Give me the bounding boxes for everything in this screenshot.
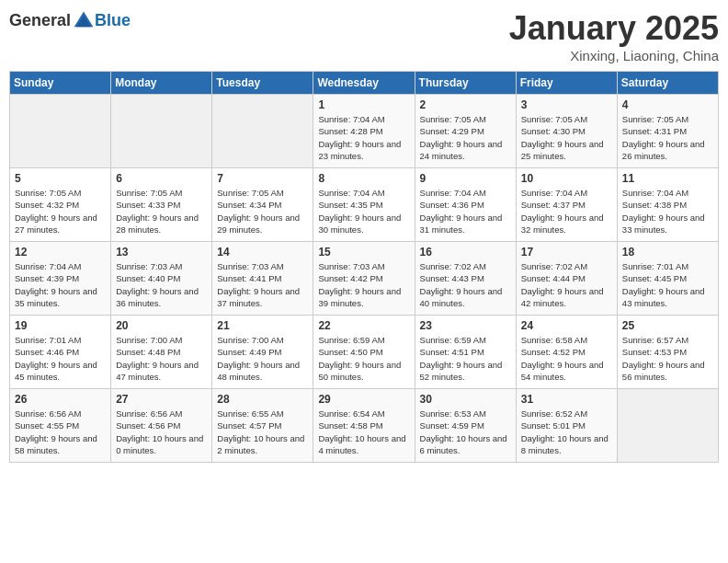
calendar-week-row: 12Sunrise: 7:04 AM Sunset: 4:39 PM Dayli… <box>10 242 719 316</box>
day-number: 17 <box>521 246 612 259</box>
day-number: 28 <box>217 393 308 406</box>
day-info: Sunrise: 6:56 AM Sunset: 4:55 PM Dayligh… <box>15 408 106 456</box>
day-info: Sunrise: 6:56 AM Sunset: 4:56 PM Dayligh… <box>116 408 207 456</box>
day-info: Sunrise: 6:54 AM Sunset: 4:58 PM Dayligh… <box>318 408 409 456</box>
day-info: Sunrise: 7:04 AM Sunset: 4:38 PM Dayligh… <box>622 187 713 236</box>
day-number: 22 <box>318 319 409 332</box>
day-number: 5 <box>15 172 106 185</box>
day-info: Sunrise: 7:05 AM Sunset: 4:32 PM Dayligh… <box>15 187 106 236</box>
calendar-cell <box>617 389 718 463</box>
day-info: Sunrise: 7:00 AM Sunset: 4:48 PM Dayligh… <box>116 334 207 383</box>
weekday-header-friday: Friday <box>516 72 617 95</box>
calendar-cell: 6Sunrise: 7:05 AM Sunset: 4:33 PM Daylig… <box>111 168 212 242</box>
calendar-week-row: 26Sunrise: 6:56 AM Sunset: 4:55 PM Dayli… <box>10 389 719 463</box>
weekday-header-wednesday: Wednesday <box>313 72 415 95</box>
location-subtitle: Xinxing, Liaoning, China <box>509 48 719 63</box>
calendar-cell: 16Sunrise: 7:02 AM Sunset: 4:43 PM Dayli… <box>415 242 516 316</box>
day-info: Sunrise: 6:59 AM Sunset: 4:50 PM Dayligh… <box>318 334 409 383</box>
day-info: Sunrise: 7:04 AM Sunset: 4:35 PM Dayligh… <box>318 187 409 236</box>
calendar-table: SundayMondayTuesdayWednesdayThursdayFrid… <box>9 71 719 463</box>
calendar-cell: 27Sunrise: 6:56 AM Sunset: 4:56 PM Dayli… <box>111 389 212 463</box>
calendar-cell: 2Sunrise: 7:05 AM Sunset: 4:29 PM Daylig… <box>415 95 516 168</box>
day-info: Sunrise: 7:02 AM Sunset: 4:43 PM Dayligh… <box>420 260 511 309</box>
day-info: Sunrise: 6:53 AM Sunset: 4:59 PM Dayligh… <box>420 408 511 456</box>
calendar-cell: 13Sunrise: 7:03 AM Sunset: 4:40 PM Dayli… <box>111 242 212 316</box>
calendar-week-row: 5Sunrise: 7:05 AM Sunset: 4:32 PM Daylig… <box>10 168 719 242</box>
day-number: 15 <box>318 246 409 259</box>
day-number: 13 <box>116 246 207 259</box>
day-number: 16 <box>420 246 511 259</box>
day-number: 2 <box>420 98 511 111</box>
day-number: 4 <box>622 98 713 111</box>
calendar-cell <box>212 95 313 168</box>
calendar-cell: 25Sunrise: 6:57 AM Sunset: 4:53 PM Dayli… <box>617 316 718 389</box>
day-number: 12 <box>15 246 106 259</box>
day-number: 9 <box>420 172 511 185</box>
day-info: Sunrise: 7:03 AM Sunset: 4:41 PM Dayligh… <box>217 260 308 309</box>
weekday-header-sunday: Sunday <box>10 72 111 95</box>
day-number: 14 <box>217 246 308 259</box>
calendar-cell: 29Sunrise: 6:54 AM Sunset: 4:58 PM Dayli… <box>313 389 415 463</box>
title-block: January 2025 Xinxing, Liaoning, China <box>509 9 719 63</box>
calendar-cell: 28Sunrise: 6:55 AM Sunset: 4:57 PM Dayli… <box>212 389 313 463</box>
calendar-cell: 21Sunrise: 7:00 AM Sunset: 4:49 PM Dayli… <box>212 316 313 389</box>
day-number: 18 <box>622 246 713 259</box>
day-number: 25 <box>622 319 713 332</box>
day-number: 6 <box>116 172 207 185</box>
day-number: 20 <box>116 319 207 332</box>
day-info: Sunrise: 7:05 AM Sunset: 4:34 PM Dayligh… <box>217 187 308 236</box>
day-number: 19 <box>15 319 106 332</box>
day-info: Sunrise: 7:05 AM Sunset: 4:30 PM Dayligh… <box>521 113 612 162</box>
calendar-cell: 7Sunrise: 7:05 AM Sunset: 4:34 PM Daylig… <box>212 168 313 242</box>
calendar-cell: 17Sunrise: 7:02 AM Sunset: 4:44 PM Dayli… <box>516 242 617 316</box>
day-info: Sunrise: 7:04 AM Sunset: 4:39 PM Dayligh… <box>15 260 106 309</box>
calendar-cell: 9Sunrise: 7:04 AM Sunset: 4:36 PM Daylig… <box>415 168 516 242</box>
page-header: General Blue January 2025 Xinxing, Liaon… <box>9 9 719 63</box>
day-info: Sunrise: 7:04 AM Sunset: 4:28 PM Dayligh… <box>318 113 409 162</box>
day-info: Sunrise: 7:03 AM Sunset: 4:42 PM Dayligh… <box>318 260 409 309</box>
weekday-header-row: SundayMondayTuesdayWednesdayThursdayFrid… <box>10 72 719 95</box>
calendar-week-row: 1Sunrise: 7:04 AM Sunset: 4:28 PM Daylig… <box>10 95 719 168</box>
calendar-cell: 22Sunrise: 6:59 AM Sunset: 4:50 PM Dayli… <box>313 316 415 389</box>
calendar-cell: 5Sunrise: 7:05 AM Sunset: 4:32 PM Daylig… <box>10 168 111 242</box>
day-number: 23 <box>420 319 511 332</box>
day-number: 21 <box>217 319 308 332</box>
day-number: 29 <box>318 393 409 406</box>
calendar-cell: 1Sunrise: 7:04 AM Sunset: 4:28 PM Daylig… <box>313 95 415 168</box>
day-info: Sunrise: 7:05 AM Sunset: 4:33 PM Dayligh… <box>116 187 207 236</box>
day-number: 8 <box>318 172 409 185</box>
weekday-header-thursday: Thursday <box>415 72 516 95</box>
logo-icon <box>73 9 95 31</box>
day-info: Sunrise: 7:05 AM Sunset: 4:31 PM Dayligh… <box>622 113 713 162</box>
calendar-cell <box>111 95 212 168</box>
calendar-cell: 23Sunrise: 6:59 AM Sunset: 4:51 PM Dayli… <box>415 316 516 389</box>
day-number: 31 <box>521 393 612 406</box>
calendar-cell: 3Sunrise: 7:05 AM Sunset: 4:30 PM Daylig… <box>516 95 617 168</box>
logo-general: General <box>9 11 71 30</box>
calendar-week-row: 19Sunrise: 7:01 AM Sunset: 4:46 PM Dayli… <box>10 316 719 389</box>
day-number: 27 <box>116 393 207 406</box>
calendar-cell: 14Sunrise: 7:03 AM Sunset: 4:41 PM Dayli… <box>212 242 313 316</box>
day-info: Sunrise: 6:59 AM Sunset: 4:51 PM Dayligh… <box>420 334 511 383</box>
weekday-header-tuesday: Tuesday <box>212 72 313 95</box>
calendar-cell: 4Sunrise: 7:05 AM Sunset: 4:31 PM Daylig… <box>617 95 718 168</box>
calendar-cell: 20Sunrise: 7:00 AM Sunset: 4:48 PM Dayli… <box>111 316 212 389</box>
calendar-cell: 10Sunrise: 7:04 AM Sunset: 4:37 PM Dayli… <box>516 168 617 242</box>
day-info: Sunrise: 7:04 AM Sunset: 4:37 PM Dayligh… <box>521 187 612 236</box>
day-number: 10 <box>521 172 612 185</box>
calendar-cell: 19Sunrise: 7:01 AM Sunset: 4:46 PM Dayli… <box>10 316 111 389</box>
day-info: Sunrise: 6:55 AM Sunset: 4:57 PM Dayligh… <box>217 408 308 456</box>
day-info: Sunrise: 7:01 AM Sunset: 4:45 PM Dayligh… <box>622 260 713 309</box>
day-number: 26 <box>15 393 106 406</box>
calendar-cell: 24Sunrise: 6:58 AM Sunset: 4:52 PM Dayli… <box>516 316 617 389</box>
calendar-cell: 15Sunrise: 7:03 AM Sunset: 4:42 PM Dayli… <box>313 242 415 316</box>
calendar-cell: 26Sunrise: 6:56 AM Sunset: 4:55 PM Dayli… <box>10 389 111 463</box>
day-info: Sunrise: 7:03 AM Sunset: 4:40 PM Dayligh… <box>116 260 207 309</box>
calendar-cell: 18Sunrise: 7:01 AM Sunset: 4:45 PM Dayli… <box>617 242 718 316</box>
weekday-header-monday: Monday <box>111 72 212 95</box>
day-number: 1 <box>318 98 409 111</box>
day-info: Sunrise: 7:05 AM Sunset: 4:29 PM Dayligh… <box>420 113 511 162</box>
logo-blue: Blue <box>95 11 131 30</box>
day-info: Sunrise: 6:52 AM Sunset: 5:01 PM Dayligh… <box>521 408 612 456</box>
day-info: Sunrise: 7:01 AM Sunset: 4:46 PM Dayligh… <box>15 334 106 383</box>
